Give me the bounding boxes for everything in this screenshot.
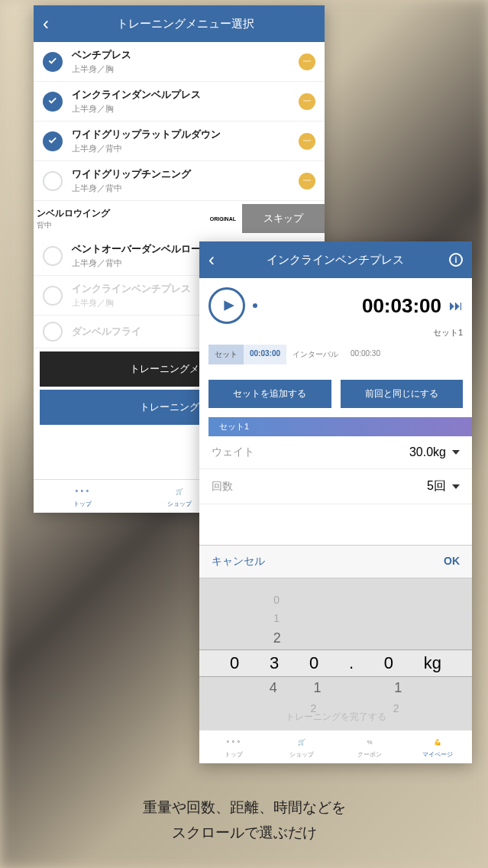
list-item[interactable]: ワイドグリップチンニング上半身／背中 〰: [34, 161, 325, 201]
chevron-down-icon: [452, 450, 460, 455]
tabbar: ⚬⚬⚬トップ 🛒ショップ %クーポン 💪マイページ: [199, 730, 472, 763]
checkbox-off-icon[interactable]: [43, 246, 63, 266]
page-title: インクラインベンチプレス: [221, 253, 449, 267]
back-icon[interactable]: ‹: [43, 13, 49, 34]
checkbox-off-icon[interactable]: [43, 322, 63, 342]
coupon-icon: %: [336, 735, 404, 749]
checkbox-on-icon[interactable]: [43, 92, 63, 112]
same-as-previous-button[interactable]: 前回と同じにする: [341, 380, 464, 408]
cancel-button[interactable]: キャンセル: [212, 555, 265, 568]
weight-row[interactable]: ウェイト 30.0kg: [199, 436, 472, 469]
activity-badge-icon: 〰: [299, 133, 315, 150]
back-icon[interactable]: ‹: [208, 249, 215, 270]
set-tab[interactable]: セット1: [208, 417, 472, 436]
tab-top[interactable]: ⚬⚬⚬トップ: [34, 484, 131, 508]
marketing-caption: 重量や回数、距離、時間などを スクロールで選ぶだけ: [0, 795, 488, 845]
muscle-icon: 💪: [404, 735, 472, 749]
next-icon[interactable]: ⏭: [449, 298, 463, 314]
activity-badge-icon: 〰: [299, 93, 315, 110]
info-icon[interactable]: i: [449, 253, 463, 267]
header: ‹ トレーニングメニュー選択: [34, 5, 325, 42]
picker-toolbar: キャンセル OK: [199, 545, 472, 578]
list-item[interactable]: ワイドグリップラットプルダウン上半身／背中 〰: [34, 121, 325, 161]
ok-button[interactable]: OK: [444, 555, 460, 568]
skip-button[interactable]: スキップ: [242, 204, 325, 233]
activity-badge-icon: 〰: [299, 173, 315, 189]
tab-top[interactable]: ⚬⚬⚬トップ: [199, 735, 267, 759]
picker-hint: トレーニングを完了する: [199, 711, 472, 724]
checkbox-off-icon[interactable]: [43, 171, 63, 191]
chevron-down-icon: [452, 484, 460, 489]
reps-row[interactable]: 回数 5回: [199, 469, 472, 504]
segment-row: セット 00:03:00 インターバル 00:00:30: [208, 345, 463, 364]
tab-shop[interactable]: 🛒ショップ: [267, 735, 335, 759]
value-picker[interactable]: 0 1 2 030.0kg 411 22 トレーニングを完了する: [199, 578, 472, 730]
skip-row: ンベルロウイング背中 ORIGINAL スキップ: [34, 201, 325, 236]
cart-icon: 🛒: [267, 735, 335, 749]
grid-icon: ⚬⚬⚬: [199, 735, 267, 749]
picker-selected-row: 030.0kg: [199, 649, 472, 677]
tab-coupon[interactable]: %クーポン: [336, 735, 404, 759]
set-label: セット1: [208, 327, 463, 338]
play-button[interactable]: [208, 287, 245, 324]
activity-badge-icon: 〰: [299, 53, 315, 70]
timer-section: 00:03:00 ⏭ セット1 セット 00:03:00 インターバル 00:0…: [199, 278, 472, 374]
timer-display: 00:03:00: [265, 294, 441, 318]
checkbox-on-icon[interactable]: [43, 131, 63, 151]
phone-exercise-detail: ‹ インクラインベンチプレス i 00:03:00 ⏭ セット1 セット 00:…: [199, 241, 472, 763]
header: ‹ インクラインベンチプレス i: [199, 241, 472, 278]
tab-mypage[interactable]: 💪マイページ: [404, 735, 472, 759]
list-item[interactable]: インクラインダンベルプレス上半身／胸 〰: [34, 82, 325, 121]
progress-dot-icon: [253, 303, 257, 308]
grid-icon: ⚬⚬⚬: [34, 484, 131, 498]
page-title: トレーニングメニュー選択: [55, 17, 315, 31]
add-set-button[interactable]: セットを追加する: [208, 380, 331, 408]
list-item[interactable]: ベンチプレス上半身／胸 〰: [34, 42, 325, 82]
checkbox-on-icon[interactable]: [43, 52, 63, 72]
checkbox-off-icon[interactable]: [43, 286, 63, 306]
